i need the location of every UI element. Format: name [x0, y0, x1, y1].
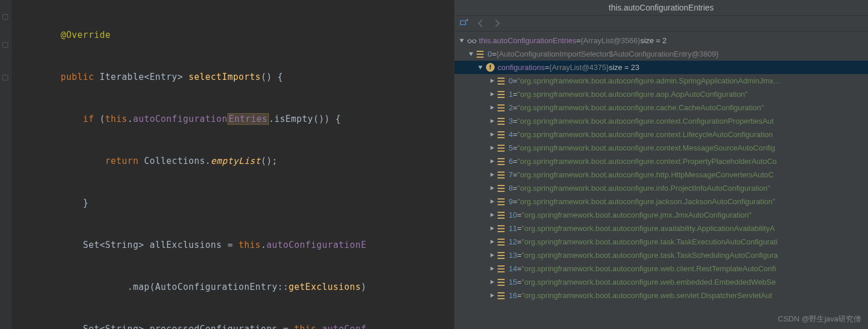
watermark: CSDN @野生java研究僧	[778, 314, 862, 324]
debug-title: this.autoConfigurationEntries	[454, 0, 868, 16]
array-icon	[498, 90, 506, 99]
array-icon	[498, 198, 506, 206]
array-icon	[498, 184, 506, 192]
tree-row[interactable]: 16 = "org.springframework.boot.autoconfi…	[454, 289, 868, 302]
collapse-arrow-icon[interactable]	[488, 198, 495, 205]
expand-arrow-icon[interactable]	[477, 64, 484, 71]
gutter-fold-icon[interactable]	[2, 14, 8, 20]
annotation: @Override	[61, 30, 111, 40]
array-icon	[498, 144, 506, 152]
tree-row[interactable]: 9 = "org.springframework.boot.autoconfig…	[454, 195, 868, 208]
tree-row[interactable]: 10 = "org.springframework.boot.autoconfi…	[454, 208, 868, 222]
tree-row[interactable]: 0 = "org.springframework.boot.autoconfig…	[454, 74, 868, 88]
array-icon	[498, 171, 506, 179]
tree-row[interactable]: 13 = "org.springframework.boot.autoconfi…	[454, 249, 868, 262]
array-icon	[498, 265, 506, 273]
tree-row[interactable]: 11 = "org.springframework.boot.autoconfi…	[454, 222, 868, 235]
gutter-fold-icon[interactable]	[2, 75, 8, 80]
new-watch-icon[interactable]	[459, 18, 470, 29]
expand-arrow-icon[interactable]	[458, 37, 465, 44]
collapse-arrow-icon[interactable]	[488, 279, 495, 286]
array-icon	[498, 225, 506, 233]
collapse-arrow-icon[interactable]	[488, 292, 495, 299]
code-editor[interactable]: @Override public Iterable<Entry> selectI…	[0, 0, 454, 329]
collapse-arrow-icon[interactable]	[488, 158, 495, 165]
tree-row[interactable]: 15 = "org.springframework.boot.autoconfi…	[454, 275, 868, 289]
collapse-arrow-icon[interactable]	[488, 78, 495, 85]
back-icon[interactable]	[475, 18, 486, 29]
collapse-arrow-icon[interactable]	[488, 145, 495, 152]
collapse-arrow-icon[interactable]	[488, 104, 495, 111]
forward-icon[interactable]	[492, 18, 502, 29]
array-icon	[498, 292, 506, 300]
array-icon	[498, 251, 506, 260]
array-icon	[498, 211, 506, 219]
tree-row[interactable]: 1 = "org.springframework.boot.autoconfig…	[454, 88, 868, 101]
tree-row[interactable]: 3 = "org.springframework.boot.autoconfig…	[454, 114, 868, 128]
tree-row[interactable]: 14 = "org.springframework.boot.autoconfi…	[454, 262, 868, 275]
collapse-arrow-icon[interactable]	[488, 172, 495, 178]
array-icon	[498, 117, 506, 125]
array-icon	[498, 158, 506, 166]
array-icon	[498, 278, 506, 286]
tree-row-selected[interactable]: f configurations = {ArrayList@4375} size…	[454, 61, 868, 74]
debug-toolbar	[454, 16, 868, 32]
collapse-arrow-icon[interactable]	[488, 131, 495, 138]
collapse-arrow-icon[interactable]	[488, 265, 495, 272]
tree-row[interactable]: 8 = "org.springframework.boot.autoconfig…	[454, 181, 868, 195]
collapse-arrow-icon[interactable]	[488, 185, 495, 192]
gutter-fold-icon[interactable]	[2, 42, 8, 48]
tree-row-root[interactable]: this.autoConfigurationEntries = {ArrayLi…	[454, 34, 868, 47]
collapse-arrow-icon[interactable]	[488, 225, 495, 232]
array-icon	[498, 104, 506, 112]
collapse-arrow-icon[interactable]	[488, 239, 495, 246]
tree-row[interactable]: 5 = "org.springframework.boot.autoconfig…	[454, 141, 868, 155]
collapse-arrow-icon[interactable]	[488, 252, 495, 259]
gutter	[0, 0, 12, 329]
debugger-panel: this.autoConfigurationEntries this.autoC…	[454, 0, 868, 329]
array-icon	[498, 77, 506, 85]
svg-rect-0	[460, 21, 466, 25]
tree-row[interactable]: 12 = "org.springframework.boot.autoconfi…	[454, 235, 868, 249]
debug-tree[interactable]: this.autoConfigurationEntries = {ArrayLi…	[454, 32, 868, 329]
svg-point-2	[473, 40, 476, 43]
tree-row[interactable]: 6 = "org.springframework.boot.autoconfig…	[454, 155, 868, 168]
tree-row[interactable]: 0 = {AutoConfigurationImportSelector$Aut…	[454, 47, 868, 61]
array-icon	[477, 50, 485, 58]
field-icon: f	[486, 63, 495, 72]
array-icon	[498, 131, 506, 139]
svg-point-1	[468, 40, 471, 43]
tree-row[interactable]: 7 = "org.springframework.boot.autoconfig…	[454, 168, 868, 181]
array-icon	[498, 238, 506, 246]
tree-row[interactable]: 4 = "org.springframework.boot.autoconfig…	[454, 128, 868, 141]
collapse-arrow-icon[interactable]	[488, 212, 495, 219]
collapse-arrow-icon[interactable]	[488, 118, 495, 125]
watch-icon	[467, 37, 477, 45]
collapse-arrow-icon[interactable]	[488, 91, 495, 98]
expand-arrow-icon[interactable]	[467, 51, 474, 58]
tree-row[interactable]: 2 = "org.springframework.boot.autoconfig…	[454, 101, 868, 114]
